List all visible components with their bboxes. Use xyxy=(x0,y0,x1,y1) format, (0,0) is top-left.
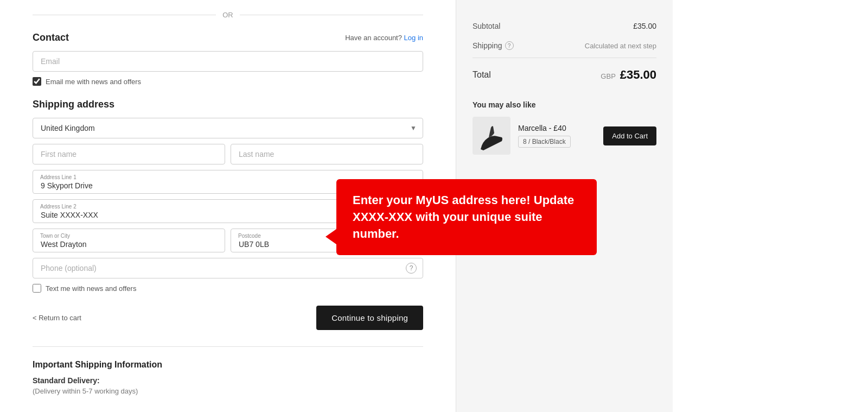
phone-field[interactable] xyxy=(33,258,423,278)
standard-delivery-title: Standard Delivery: xyxy=(33,376,423,385)
login-link[interactable]: Log in xyxy=(404,34,423,42)
tooltip-banner-wrapper: Enter your MyUS address here! Update XXX… xyxy=(304,174,597,261)
sms-offers-label: Text me with news and offers xyxy=(46,284,136,293)
name-row xyxy=(33,144,423,170)
country-select[interactable]: United Kingdom United States Australia xyxy=(33,118,423,138)
upsell-title: You may also like xyxy=(473,100,656,109)
contact-header: Contact Have an account? Log in xyxy=(33,32,423,43)
first-name-field[interactable] xyxy=(33,144,225,164)
email-offers-checkbox[interactable] xyxy=(33,77,41,86)
shipping-section-title: Shipping address xyxy=(33,99,423,110)
total-row: Total GBP £35.00 xyxy=(473,60,656,90)
shipping-label: Shipping ? xyxy=(473,41,514,50)
country-select-wrapper: United Kingdom United States Australia ▼ xyxy=(33,118,423,138)
actions-row: < Return to cart Continue to shipping xyxy=(33,306,423,330)
or-divider: OR xyxy=(33,11,423,19)
sms-offers-checkbox[interactable] xyxy=(33,284,41,293)
contact-title: Contact xyxy=(33,32,69,43)
sms-offers-row: Text me with news and offers xyxy=(33,284,423,293)
shipping-row: Shipping ? Calculated at next step xyxy=(473,36,656,55)
subtotal-label: Subtotal xyxy=(473,22,500,30)
phone-help-icon[interactable]: ? xyxy=(406,263,417,274)
total-amount: GBP £35.00 xyxy=(601,68,656,82)
or-text: OR xyxy=(216,11,240,19)
add-to-cart-button[interactable]: Add to Cart xyxy=(603,126,656,145)
shipping-help-icon[interactable]: ? xyxy=(505,41,514,50)
phone-wrapper: ? xyxy=(33,258,423,278)
product-info: Marcella - £40 8 / Black/Black xyxy=(518,124,596,148)
product-image xyxy=(473,117,510,155)
last-name-field[interactable] xyxy=(231,144,423,164)
total-currency: GBP xyxy=(601,72,615,80)
standard-delivery-desc: (Delivery within 5-7 working days) xyxy=(33,387,423,395)
subtotal-row: Subtotal £35.00 xyxy=(473,16,656,36)
product-variant: 8 / Black/Black xyxy=(518,136,571,148)
important-shipping-section: Important Shipping Information Standard … xyxy=(33,346,423,395)
email-offers-label: Email me with news and offers xyxy=(46,78,141,86)
email-offers-row: Email me with news and offers xyxy=(33,77,423,86)
town-field[interactable] xyxy=(33,229,225,252)
myus-tooltip-banner: Enter your MyUS address here! Update XXX… xyxy=(336,179,597,255)
product-image-svg xyxy=(478,122,505,155)
total-label: Total xyxy=(473,70,491,80)
upsell-product-card: Marcella - £40 8 / Black/Black Add to Ca… xyxy=(473,117,656,155)
have-account-text: Have an account? Log in xyxy=(345,34,423,42)
summary-divider xyxy=(473,58,656,58)
town-group: Town or City xyxy=(33,229,225,252)
subtotal-value: £35.00 xyxy=(633,22,656,30)
continue-to-shipping-button[interactable]: Continue to shipping xyxy=(316,306,423,330)
product-name: Marcella - £40 xyxy=(518,124,596,132)
total-value: £35.00 xyxy=(620,68,656,81)
shipping-calculated: Calculated at next step xyxy=(585,42,656,50)
email-field[interactable] xyxy=(33,51,423,72)
important-shipping-title: Important Shipping Information xyxy=(33,360,423,370)
return-to-cart-link[interactable]: < Return to cart xyxy=(33,314,81,322)
upsell-section: You may also like Marcella - £40 8 / Bla… xyxy=(473,100,656,155)
